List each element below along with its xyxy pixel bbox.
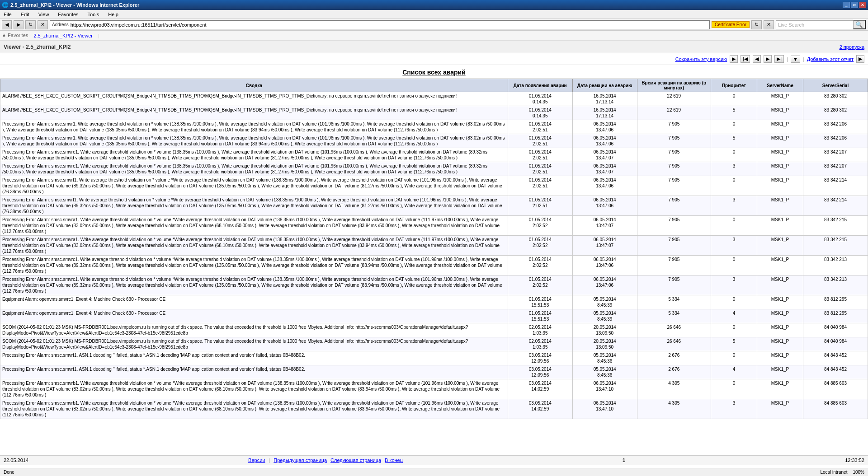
cell-priority: 3 xyxy=(711,236,757,256)
cell-date-appear: 01.05.2014 0:14:35 xyxy=(508,92,572,106)
cell-summary: Processing Error Alarm: smsc.smvr1. Writ… xyxy=(0,120,508,134)
back-button[interactable]: ◀ xyxy=(2,20,12,29)
address-input[interactable] xyxy=(71,22,708,28)
forward-button[interactable]: ▶ xyxy=(14,20,24,29)
cell-server-serial: 83 342 215 xyxy=(803,216,868,236)
cert-error-button[interactable]: Certificate Error xyxy=(712,21,750,28)
cell-summary: Processing Error Alarm: smsc.smvrf1. Wri… xyxy=(0,196,508,216)
footer-date: 22.05.2014 xyxy=(4,457,28,463)
table-row: Processing Error Alarm: smsc.smvrc1. Wri… xyxy=(0,256,868,275)
cell-priority: 0 xyxy=(711,379,757,399)
cell-priority: 5 xyxy=(711,134,757,148)
cell-priority: 0 xyxy=(711,295,757,309)
table-row: Processing Error Alarm: smsc.smvre1. Wri… xyxy=(0,162,868,176)
end-link[interactable]: В конец xyxy=(385,457,403,463)
begin-button[interactable]: |◀ xyxy=(741,55,750,63)
cell-server-serial: 83 280 302 xyxy=(803,92,868,106)
cell-server-name: MSK1_P xyxy=(757,365,803,379)
refresh-button-2[interactable]: ↻ xyxy=(751,20,762,29)
cell-summary: Processing Error Alarm: smsc.smvrc1. Wri… xyxy=(0,256,508,275)
cell-time-reaction: 5 334 xyxy=(637,309,711,323)
prev-page-btn[interactable]: ◀ xyxy=(753,55,761,63)
stop-button-2[interactable]: ✕ xyxy=(764,20,774,29)
table-header-row: Сводка Дата появления аварии Дата реакци… xyxy=(0,79,868,92)
save-toolbar: Сохранить эту версию ▶ |◀ ◀ ▶ ▶| | ▼ | Д… xyxy=(0,53,868,65)
menu-view[interactable]: View xyxy=(37,11,51,18)
cell-date-reaction: 16.05.2014 17:13:14 xyxy=(572,106,637,120)
user-info-link[interactable]: 2 пропуска xyxy=(840,44,864,50)
menu-tools[interactable]: Tools xyxy=(86,11,101,18)
cell-server-serial: 84 885 603 xyxy=(803,379,868,399)
refresh-button[interactable]: ↻ xyxy=(25,20,36,29)
cell-summary: Processing Error Alarm: smsc.smvrc1. Wri… xyxy=(0,275,508,295)
cell-time-reaction: 22 619 xyxy=(637,92,711,106)
menu-favorites[interactable]: Favorites xyxy=(56,11,80,18)
cell-time-reaction: 7 905 xyxy=(637,134,711,148)
cell-date-appear: 01.05.2014 2:02:52 xyxy=(508,216,572,236)
toolbar-right: 2 пропуска xyxy=(840,44,864,50)
search-input[interactable] xyxy=(776,22,853,28)
cell-date-appear: 01.05.2014 2:02:51 xyxy=(508,176,572,196)
ie-toolbar: Viewer - 2.5_zhurnal_KPI2 2 пропуска xyxy=(0,41,868,53)
col-header-time-reaction: Время реакции на аварию (в минутах) xyxy=(637,79,711,92)
restore-button[interactable]: ▭ xyxy=(851,2,858,8)
close-button[interactable]: ✕ xyxy=(859,2,866,8)
table-row: Processing Error Alarm: smsc.smvra1. Wri… xyxy=(0,236,868,256)
cell-priority: 0 xyxy=(711,176,757,196)
cell-server-serial: 83 342 206 xyxy=(803,120,868,134)
cell-server-name: MSK1_P xyxy=(757,106,803,120)
table-row: Equipment Alarm: openvms.smvrc1. Event 4… xyxy=(0,295,868,309)
cell-server-name: MSK1_P xyxy=(757,162,803,176)
page-footer: 22.05.2014 Версии | Предыдущая страница … xyxy=(0,455,868,465)
cell-server-serial: 84 843 452 xyxy=(803,351,868,365)
address-label: Address xyxy=(52,22,69,27)
cell-server-serial: 84 843 452 xyxy=(803,365,868,379)
cell-date-reaction: 05.05.2014 8:45:39 xyxy=(572,295,637,309)
cell-date-reaction: 06.05.2014 13:47:06 xyxy=(572,120,637,134)
menu-file[interactable]: File xyxy=(2,11,14,18)
search-button[interactable]: 🔍 xyxy=(853,20,866,29)
play-button[interactable]: ▶ xyxy=(730,55,738,63)
window-title: 2.5_zhurnal_KPI2 - Viewer - Windows Inte… xyxy=(10,2,139,8)
cell-date-appear: 01.05.2014 0:14:35 xyxy=(508,106,572,120)
cell-time-reaction: 2 676 xyxy=(637,351,711,365)
cell-date-reaction: 06.05.2014 13:47:07 xyxy=(572,162,637,176)
next-page-link[interactable]: Следующая страница xyxy=(330,457,381,463)
menu-bar: File Edit View Favorites Tools Help xyxy=(0,10,868,19)
cell-server-serial: 83 342 213 xyxy=(803,275,868,295)
save-version-link[interactable]: Сохранить эту версию xyxy=(675,56,727,62)
alarms-table: Сводка Дата появления аварии Дата реакци… xyxy=(0,79,868,419)
cell-server-name: MSK1_P xyxy=(757,196,803,216)
table-row: Processing Error Alarm: smsc.smvra1. Wri… xyxy=(0,216,868,236)
cell-date-reaction: 06.05.2014 13:47:07 xyxy=(572,236,637,256)
cell-summary: Processing Error Alarm: smsc.smvrf1. Wri… xyxy=(0,176,508,196)
table-row: Processing Error Alarm: smsc.smvrf1. Wri… xyxy=(0,196,868,216)
menu-help[interactable]: Help xyxy=(106,11,120,18)
fav-item-viewer[interactable]: 2.5_zhurnal_KPI2 - Viewer xyxy=(32,33,94,39)
cell-server-serial: 84 040 984 xyxy=(803,323,868,337)
report-title: Список всех аварий xyxy=(0,65,868,79)
next-page-btn[interactable]: ▶ xyxy=(764,55,772,63)
cell-server-serial: 83 812 295 xyxy=(803,309,868,323)
cell-server-serial: 83 342 215 xyxy=(803,236,868,256)
cell-summary: SCOM (2014-05-02 01:01:23 MSK) MS-FRDDBR… xyxy=(0,337,508,351)
page-down-btn[interactable]: ▼ xyxy=(791,56,800,63)
version-link[interactable]: Версии xyxy=(248,457,265,463)
cell-date-reaction: 06.05.2014 13:47:06 xyxy=(572,256,637,275)
cell-time-reaction: 7 905 xyxy=(637,275,711,295)
end-button[interactable]: ▶| xyxy=(774,55,784,63)
col-header-serial: ServerSerial xyxy=(803,79,868,92)
cell-summary: Equipment Alarm: openvms.smvrc1. Event 4… xyxy=(0,309,508,323)
stop-button[interactable]: ✕ xyxy=(38,20,48,29)
toolbar-left: Viewer - 2.5_zhurnal_KPI2 xyxy=(4,44,71,50)
add-report-link[interactable]: Добавить этот отчет xyxy=(807,56,854,62)
cell-date-appear: 01.05.2014 2:02:52 xyxy=(508,275,572,295)
minimize-button[interactable]: _ xyxy=(843,2,850,8)
add-report-btn[interactable]: ▶ xyxy=(856,55,864,63)
cell-time-reaction: 7 905 xyxy=(637,176,711,196)
cell-summary: Processing Error Alarm: smsc.smvrf1. ASN… xyxy=(0,365,508,379)
cell-time-reaction: 7 905 xyxy=(637,162,711,176)
cell-date-reaction: 06.05.2014 13:47:07 xyxy=(572,216,637,236)
menu-edit[interactable]: Edit xyxy=(19,11,31,18)
prev-page-link[interactable]: Предыдущая страница xyxy=(274,457,327,463)
